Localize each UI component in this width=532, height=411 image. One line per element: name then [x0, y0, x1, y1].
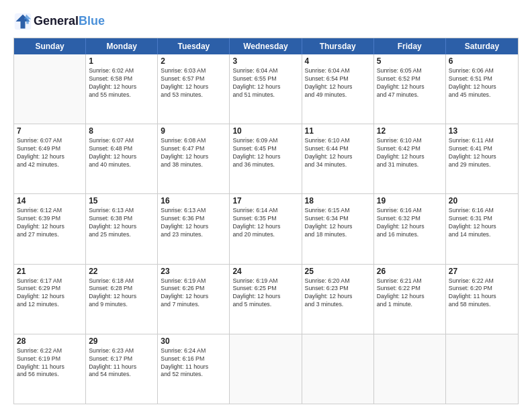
empty-cell — [446, 334, 518, 404]
day-info: Sunrise: 6:18 AM Sunset: 6:28 PM Dayligh… — [89, 277, 154, 310]
calendar-header: SundayMondayTuesdayWednesdayThursdayFrid… — [14, 38, 518, 54]
day-number: 21 — [17, 267, 83, 276]
day-info: Sunrise: 6:02 AM Sunset: 6:58 PM Dayligh… — [89, 67, 154, 99]
day-cell-27: 27Sunrise: 6:22 AM Sunset: 6:20 PM Dayli… — [446, 265, 518, 334]
day-number: 16 — [161, 196, 226, 205]
calendar-row-1: 1Sunrise: 6:02 AM Sunset: 6:58 PM Daylig… — [14, 54, 518, 124]
day-number: 30 — [161, 336, 226, 346]
day-number: 29 — [89, 336, 154, 346]
day-info: Sunrise: 6:09 AM Sunset: 6:45 PM Dayligh… — [232, 137, 298, 169]
day-number: 4 — [305, 56, 371, 66]
day-number: 20 — [449, 196, 515, 205]
calendar-row-4: 21Sunrise: 6:17 AM Sunset: 6:29 PM Dayli… — [14, 264, 518, 334]
day-cell-23: 23Sunrise: 6:19 AM Sunset: 6:26 PM Dayli… — [158, 265, 230, 334]
day-info: Sunrise: 6:24 AM Sunset: 6:16 PM Dayligh… — [161, 347, 226, 379]
day-cell-1: 1Sunrise: 6:02 AM Sunset: 6:58 PM Daylig… — [86, 54, 158, 124]
day-number: 9 — [161, 126, 226, 136]
day-number: 10 — [232, 126, 298, 136]
day-number: 19 — [377, 196, 443, 205]
day-info: Sunrise: 6:10 AM Sunset: 6:42 PM Dayligh… — [377, 137, 443, 169]
day-info: Sunrise: 6:11 AM Sunset: 6:41 PM Dayligh… — [449, 137, 515, 169]
day-header-thursday: Thursday — [302, 38, 374, 54]
day-cell-8: 8Sunrise: 6:07 AM Sunset: 6:48 PM Daylig… — [86, 124, 158, 193]
day-info: Sunrise: 6:22 AM Sunset: 6:19 PM Dayligh… — [17, 347, 83, 379]
day-cell-21: 21Sunrise: 6:17 AM Sunset: 6:29 PM Dayli… — [14, 265, 86, 334]
day-cell-19: 19Sunrise: 6:16 AM Sunset: 6:32 PM Dayli… — [374, 194, 446, 263]
day-number: 2 — [161, 56, 226, 66]
day-cell-24: 24Sunrise: 6:19 AM Sunset: 6:25 PM Dayli… — [230, 265, 302, 334]
day-number: 28 — [17, 336, 83, 346]
day-number: 15 — [89, 196, 154, 205]
day-info: Sunrise: 6:19 AM Sunset: 6:25 PM Dayligh… — [232, 277, 298, 310]
day-cell-3: 3Sunrise: 6:04 AM Sunset: 6:55 PM Daylig… — [230, 54, 302, 124]
day-header-sunday: Sunday — [14, 38, 86, 54]
day-cell-6: 6Sunrise: 6:06 AM Sunset: 6:51 PM Daylig… — [446, 54, 518, 124]
day-cell-4: 4Sunrise: 6:04 AM Sunset: 6:54 PM Daylig… — [302, 54, 374, 124]
calendar-row-5: 28Sunrise: 6:22 AM Sunset: 6:19 PM Dayli… — [14, 334, 518, 404]
day-header-saturday: Saturday — [446, 38, 518, 54]
empty-cell — [230, 334, 302, 404]
day-cell-28: 28Sunrise: 6:22 AM Sunset: 6:19 PM Dayli… — [14, 334, 86, 404]
day-cell-5: 5Sunrise: 6:05 AM Sunset: 6:52 PM Daylig… — [374, 54, 446, 124]
day-cell-2: 2Sunrise: 6:03 AM Sunset: 6:57 PM Daylig… — [158, 54, 230, 124]
day-header-friday: Friday — [374, 38, 446, 54]
empty-cell — [374, 334, 446, 404]
day-cell-7: 7Sunrise: 6:07 AM Sunset: 6:49 PM Daylig… — [14, 124, 86, 193]
day-cell-11: 11Sunrise: 6:10 AM Sunset: 6:44 PM Dayli… — [302, 124, 374, 193]
day-number: 8 — [89, 126, 154, 136]
day-number: 6 — [449, 56, 515, 66]
day-cell-12: 12Sunrise: 6:10 AM Sunset: 6:42 PM Dayli… — [374, 124, 446, 193]
day-info: Sunrise: 6:16 AM Sunset: 6:32 PM Dayligh… — [377, 207, 443, 239]
logo-text: GeneralBlue — [34, 15, 105, 28]
day-info: Sunrise: 6:17 AM Sunset: 6:29 PM Dayligh… — [17, 277, 83, 310]
calendar-body: 1Sunrise: 6:02 AM Sunset: 6:58 PM Daylig… — [14, 54, 518, 404]
day-cell-30: 30Sunrise: 6:24 AM Sunset: 6:16 PM Dayli… — [158, 334, 230, 404]
day-info: Sunrise: 6:20 AM Sunset: 6:23 PM Dayligh… — [305, 277, 371, 310]
empty-cell — [14, 54, 86, 124]
day-info: Sunrise: 6:19 AM Sunset: 6:26 PM Dayligh… — [161, 277, 226, 310]
day-info: Sunrise: 6:03 AM Sunset: 6:57 PM Dayligh… — [161, 67, 226, 99]
day-cell-15: 15Sunrise: 6:13 AM Sunset: 6:38 PM Dayli… — [86, 194, 158, 263]
day-number: 17 — [232, 196, 298, 205]
day-number: 13 — [449, 126, 515, 136]
day-info: Sunrise: 6:12 AM Sunset: 6:39 PM Dayligh… — [17, 207, 83, 239]
logo: GeneralBlue — [13, 12, 105, 31]
day-info: Sunrise: 6:14 AM Sunset: 6:35 PM Dayligh… — [232, 207, 298, 239]
empty-cell — [302, 334, 374, 404]
page-header: GeneralBlue — [13, 12, 519, 31]
day-cell-14: 14Sunrise: 6:12 AM Sunset: 6:39 PM Dayli… — [14, 194, 86, 263]
day-info: Sunrise: 6:23 AM Sunset: 6:17 PM Dayligh… — [89, 347, 154, 379]
logo-icon — [13, 12, 32, 31]
day-info: Sunrise: 6:07 AM Sunset: 6:49 PM Dayligh… — [17, 137, 83, 169]
day-header-tuesday: Tuesday — [158, 38, 230, 54]
day-info: Sunrise: 6:22 AM Sunset: 6:20 PM Dayligh… — [449, 277, 515, 310]
calendar-row-3: 14Sunrise: 6:12 AM Sunset: 6:39 PM Dayli… — [14, 193, 518, 263]
day-cell-26: 26Sunrise: 6:21 AM Sunset: 6:22 PM Dayli… — [374, 265, 446, 334]
day-number: 22 — [89, 267, 154, 276]
day-info: Sunrise: 6:08 AM Sunset: 6:47 PM Dayligh… — [161, 137, 226, 169]
day-number: 14 — [17, 196, 83, 205]
day-number: 26 — [377, 267, 443, 276]
day-info: Sunrise: 6:04 AM Sunset: 6:55 PM Dayligh… — [232, 67, 298, 99]
day-number: 12 — [377, 126, 443, 136]
day-header-wednesday: Wednesday — [230, 38, 302, 54]
day-number: 3 — [232, 56, 298, 66]
day-header-monday: Monday — [86, 38, 158, 54]
day-info: Sunrise: 6:15 AM Sunset: 6:34 PM Dayligh… — [305, 207, 371, 239]
day-cell-16: 16Sunrise: 6:13 AM Sunset: 6:36 PM Dayli… — [158, 194, 230, 263]
day-number: 7 — [17, 126, 83, 136]
day-cell-22: 22Sunrise: 6:18 AM Sunset: 6:28 PM Dayli… — [86, 265, 158, 334]
day-info: Sunrise: 6:16 AM Sunset: 6:31 PM Dayligh… — [449, 207, 515, 239]
day-info: Sunrise: 6:10 AM Sunset: 6:44 PM Dayligh… — [305, 137, 371, 169]
day-cell-20: 20Sunrise: 6:16 AM Sunset: 6:31 PM Dayli… — [446, 194, 518, 263]
day-cell-29: 29Sunrise: 6:23 AM Sunset: 6:17 PM Dayli… — [86, 334, 158, 404]
day-info: Sunrise: 6:13 AM Sunset: 6:38 PM Dayligh… — [89, 207, 154, 239]
day-number: 18 — [305, 196, 371, 205]
calendar-row-2: 7Sunrise: 6:07 AM Sunset: 6:49 PM Daylig… — [14, 124, 518, 193]
day-cell-9: 9Sunrise: 6:08 AM Sunset: 6:47 PM Daylig… — [158, 124, 230, 193]
day-cell-18: 18Sunrise: 6:15 AM Sunset: 6:34 PM Dayli… — [302, 194, 374, 263]
day-number: 1 — [89, 56, 154, 66]
day-info: Sunrise: 6:06 AM Sunset: 6:51 PM Dayligh… — [449, 67, 515, 99]
day-info: Sunrise: 6:04 AM Sunset: 6:54 PM Dayligh… — [305, 67, 371, 99]
day-number: 25 — [305, 267, 371, 276]
